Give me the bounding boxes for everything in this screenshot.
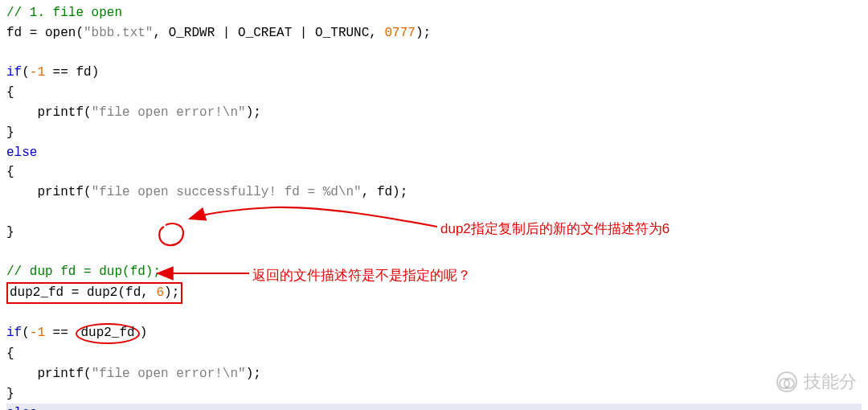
code-line: { [6, 344, 862, 364]
comment-text: // 1. file open [6, 6, 122, 20]
blank-line [6, 243, 862, 263]
code-line: fd = open("bbb.txt", O_RDWR | O_CREAT | … [6, 23, 862, 43]
code-line: { [6, 162, 862, 182]
brace-open: { [6, 85, 14, 100]
code-line: } [6, 223, 862, 243]
code-text: fd = open( [6, 26, 84, 40]
number-literal: 6 [156, 285, 164, 300]
code-line: // 1. file open [6, 3, 862, 23]
watermark: 技能分 [776, 368, 857, 396]
brace-open: { [6, 165, 14, 179]
keyword-else: else [6, 146, 37, 160]
code-line: } [6, 384, 862, 404]
code-text: ( [84, 367, 92, 381]
keyword-if: if [6, 65, 22, 80]
blank-line [6, 304, 862, 324]
code-line: } [6, 123, 862, 143]
blank-line [6, 203, 862, 223]
string-literal: "bbb.txt" [84, 26, 153, 40]
code-text: == fd) [45, 65, 99, 80]
comment-text: // dup fd = dup(fd); [6, 264, 161, 279]
string-literal: "file open error!\n" [92, 105, 246, 120]
highlight-circle: dup2_fd [76, 323, 139, 344]
indent [6, 367, 37, 381]
indent [6, 105, 37, 120]
code-line: printf("file open error!\n"); [6, 103, 862, 123]
code-text: ); [164, 285, 179, 300]
number-literal: -1 [30, 326, 45, 340]
code-text: ( [84, 105, 92, 120]
brace-close: } [6, 125, 14, 140]
keyword-else: else [6, 406, 37, 410]
code-line: printf("file open error!\n"); [6, 364, 862, 384]
indent [6, 185, 37, 199]
annotation-2: 返回的文件描述符是不是指定的呢？ [252, 265, 471, 286]
code-text: dup2_fd = dup2(fd, [10, 285, 156, 300]
code-text: ); [246, 105, 261, 120]
code-text: == [45, 326, 76, 340]
code-text: ( [84, 185, 92, 199]
code-text: dup2_fd [80, 326, 134, 340]
code-text: ); [246, 367, 261, 381]
wechat-icon [776, 371, 797, 392]
printf-call: printf [37, 105, 84, 120]
code-text: , fd); [362, 185, 408, 199]
brace-open: { [6, 346, 14, 361]
code-line: printf("file open successfully! fd = %d\… [6, 182, 862, 203]
code-text: ) [140, 326, 148, 340]
code-text: ( [22, 65, 30, 80]
number-literal: -1 [30, 65, 45, 80]
watermark-text: 技能分 [804, 368, 857, 396]
string-literal: "file open error!\n" [92, 367, 246, 381]
brace-close: } [6, 225, 14, 240]
keyword-if: if [6, 326, 22, 340]
highlighted-line: else [6, 404, 862, 410]
string-literal: "file open successfully! fd = %d\n" [92, 185, 362, 199]
code-line: if(-1 == fd) [6, 63, 862, 83]
brace-close: } [6, 387, 14, 401]
code-text: , O_RDWR | O_CREAT | O_TRUNC, [153, 26, 384, 40]
printf-call: printf [37, 367, 84, 381]
code-line: if(-1 == dup2_fd) [6, 323, 862, 344]
code-text: ( [22, 326, 30, 340]
code-text: ); [416, 26, 431, 40]
number-literal: 0777 [384, 26, 415, 40]
blank-line [6, 43, 862, 64]
highlight-box: dup2_fd = dup2(fd, 6); [6, 282, 182, 303]
code-line: else [6, 143, 862, 163]
code-line: { [6, 83, 862, 103]
annotation-1: dup2指定复制后的新的文件描述符为6 [440, 219, 669, 240]
printf-call: printf [37, 185, 84, 199]
